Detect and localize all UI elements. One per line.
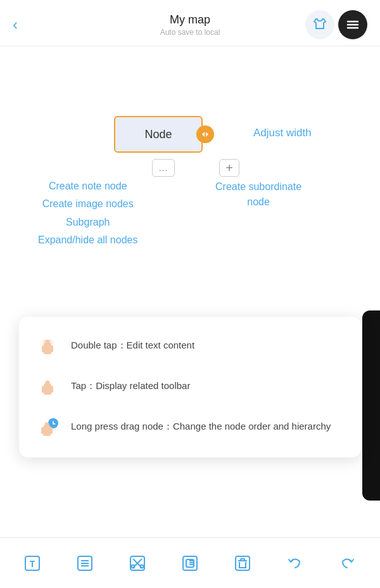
tap-text: Tap：Display related toolbar: [71, 375, 190, 393]
create-subordinate-node-link[interactable]: Create subordinatenode: [215, 179, 301, 210]
more-options-button[interactable]: ...: [152, 159, 175, 177]
long-press-row: Long press drag node：Change the node ord…: [34, 416, 346, 442]
cut-button[interactable]: [122, 548, 153, 578]
copy-button[interactable]: [175, 548, 205, 578]
tap-icon: [34, 375, 61, 402]
canvas-area: Node Adjust width ... + Create note node…: [0, 46, 380, 350]
redo-button[interactable]: [332, 548, 362, 578]
svg-rect-43: [241, 559, 244, 561]
delete-button[interactable]: [227, 548, 258, 578]
list-button[interactable]: [70, 548, 100, 578]
svg-marker-3: [202, 132, 205, 137]
menu-button[interactable]: [338, 10, 367, 39]
back-button[interactable]: ‹: [13, 17, 18, 32]
svg-rect-23: [43, 433, 51, 436]
bracket-decoration: [362, 310, 380, 501]
page-title: My map: [160, 13, 220, 27]
tap-row: Tap：Display related toolbar: [34, 375, 346, 402]
shirt-button[interactable]: [305, 10, 334, 39]
double-tap-row: Double tap：Edit text content: [34, 335, 346, 361]
svg-rect-10: [44, 351, 51, 354]
header-center: My map Auto save to local: [160, 13, 220, 37]
svg-point-11: [46, 340, 50, 345]
add-node-button[interactable]: +: [219, 159, 239, 177]
text-button[interactable]: T: [17, 548, 48, 578]
info-card: Double tap：Edit text content Tap：Display…: [19, 317, 361, 457]
long-press-icon: [34, 416, 61, 442]
header-icons: [305, 10, 367, 39]
page-subtitle: Auto save to local: [160, 28, 220, 37]
node-label: Node: [144, 128, 172, 141]
right-menu: Create subordinatenode: [215, 179, 301, 210]
svg-rect-21: [41, 427, 44, 434]
create-image-nodes-link[interactable]: Create image nodes: [38, 197, 137, 211]
svg-rect-22: [49, 427, 53, 434]
node-container: Node: [114, 116, 203, 153]
left-menu: Create note node Create image nodes Subg…: [38, 179, 137, 248]
svg-point-34: [132, 565, 135, 568]
double-tap-text: Double tap：Edit text content: [71, 335, 194, 353]
svg-point-24: [45, 423, 49, 427]
subgraph-link[interactable]: Subgraph: [38, 215, 137, 229]
svg-marker-4: [206, 132, 208, 137]
expand-hide-all-nodes-link[interactable]: Expand/hide all nodes: [38, 233, 137, 247]
adjust-width-label: Adjust width: [253, 127, 312, 139]
svg-point-35: [141, 565, 144, 568]
header: ‹ My map Auto save to local: [0, 0, 380, 46]
undo-button[interactable]: [280, 548, 310, 578]
double-tap-icon: [34, 335, 61, 361]
svg-text:T: T: [30, 559, 35, 569]
svg-point-16: [46, 381, 50, 385]
node-box[interactable]: Node: [114, 116, 203, 153]
create-note-node-link[interactable]: Create note node: [38, 179, 137, 193]
bottom-toolbar: T: [0, 537, 380, 588]
svg-rect-15: [44, 392, 51, 395]
node-width-handle[interactable]: [196, 125, 214, 143]
long-press-text: Long press drag node：Change the node ord…: [71, 416, 331, 434]
